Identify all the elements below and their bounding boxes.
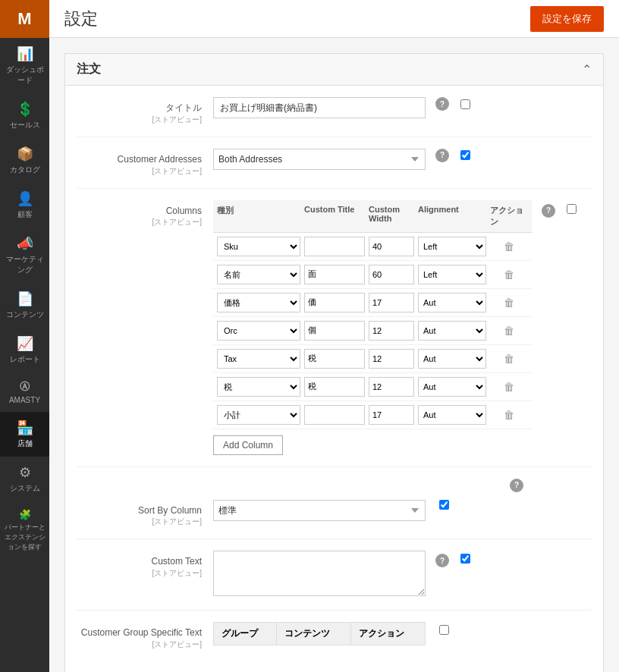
sidebar-item-dashboard[interactable]: 📊 ダッシュボード: [0, 38, 49, 93]
save-button[interactable]: 設定を保存: [530, 6, 604, 32]
col-type-select-7[interactable]: 小計: [217, 405, 300, 425]
reports-icon: 📈: [17, 335, 33, 352]
content-icon: 📄: [17, 290, 33, 307]
custom-text-help-icon[interactable]: ?: [435, 554, 449, 567]
col-align-select-5[interactable]: AutLeftRight: [418, 349, 486, 369]
col-align-select-2[interactable]: LeftRightAuto: [418, 265, 486, 284]
col-title-input-7[interactable]: [304, 405, 365, 425]
custom-text-textarea[interactable]: [213, 551, 426, 596]
extra-help-icon[interactable]: ?: [510, 479, 523, 492]
columns-row: Columns [ストアビュー] 種別 Custom Title Custom …: [77, 200, 592, 467]
sidebar-item-reports[interactable]: 📈 レポート: [0, 328, 49, 372]
sort-website-label: [439, 500, 500, 510]
col-width-input-5[interactable]: [369, 349, 414, 369]
col-width-input-3[interactable]: [369, 293, 414, 312]
col-align-select-1[interactable]: LeftRightAuto: [418, 237, 486, 256]
sort-website-checkbox[interactable]: [439, 500, 449, 510]
customer-group-website-checkbox[interactable]: [439, 625, 449, 635]
section-title: 注文: [77, 61, 101, 77]
sales-icon: 💲: [17, 101, 33, 118]
columns-help-icon[interactable]: ?: [542, 204, 555, 218]
table-row: 名前 LeftRightAuto 🗑: [213, 261, 532, 289]
content-area: 注文 ⌃ タイトル [ストアビュー] ?: [49, 38, 619, 672]
section-toggle-button[interactable]: ⌃: [582, 62, 592, 77]
col-align-select-4[interactable]: AutLeftRight: [418, 321, 486, 341]
col-type-select-3[interactable]: 価格: [217, 293, 300, 312]
delete-row-button-7[interactable]: 🗑: [490, 407, 528, 422]
sidebar-item-amasty[interactable]: Ⓐ AMASTY: [0, 372, 49, 412]
columns-area: 種別 Custom Title Custom Width Alignment ア…: [213, 200, 532, 455]
addresses-help-icon[interactable]: ?: [435, 149, 449, 162]
delete-row-button-3[interactable]: 🗑: [490, 295, 528, 310]
col-title-input-4[interactable]: [304, 321, 365, 341]
col-title-input-3[interactable]: [304, 293, 365, 312]
customer-addresses-select[interactable]: Both Addresses Billing Address Shipping …: [213, 149, 426, 170]
col-align-select-6[interactable]: AutLeftRight: [418, 377, 486, 397]
col-width-input-4[interactable]: [369, 321, 414, 341]
sort-website-checkbox-group: [439, 500, 500, 510]
col-type-select-1[interactable]: Sku: [217, 237, 300, 256]
columns-website-checkbox-group: [567, 204, 619, 214]
sidebar-item-partners[interactable]: 🧩 パートナーとエクステンションを探す: [0, 501, 49, 560]
columns-website-label: [567, 204, 619, 214]
title-help-icon[interactable]: ?: [435, 97, 449, 111]
app-logo: M: [0, 0, 49, 38]
col-title-input-6[interactable]: [304, 377, 365, 397]
col-width-input-7[interactable]: [369, 405, 414, 425]
sidebar-item-label: 店舗: [17, 438, 33, 449]
title-website-checkbox[interactable]: [460, 99, 470, 109]
system-icon: ⚙: [19, 464, 31, 481]
add-column-button[interactable]: Add Column: [213, 435, 283, 455]
section-header: 注文 ⌃: [65, 54, 603, 86]
customer-group-website-checkbox-group: [439, 625, 500, 635]
delete-row-button-1[interactable]: 🗑: [490, 239, 528, 254]
sidebar-item-label: AMASTY: [9, 396, 40, 404]
col-align-select-3[interactable]: AutLeftRight: [418, 293, 486, 312]
col-title-input-5[interactable]: [304, 349, 365, 369]
col-type-select-2[interactable]: 名前: [217, 265, 300, 284]
customer-group-label: Customer Group Specific Text [ストアビュー]: [77, 622, 213, 650]
customer-group-row: Customer Group Specific Text [ストアビュー] グル…: [77, 622, 592, 661]
sidebar-item-sales[interactable]: 💲 セールス: [0, 93, 49, 138]
col-width-input-1[interactable]: [369, 237, 414, 256]
delete-row-button-2[interactable]: 🗑: [490, 267, 528, 282]
custom-text-website-checkbox[interactable]: [460, 554, 470, 564]
title-label: タイトル [ストアビュー]: [77, 97, 213, 125]
columns-label: Columns [ストアビュー]: [77, 200, 213, 228]
sidebar-item-stores[interactable]: 🏪 店舗: [0, 412, 49, 457]
col-width-input-6[interactable]: [369, 377, 414, 397]
sort-by-column-wrap: 標準: [213, 500, 426, 521]
sidebar-item-catalog[interactable]: 📦 カタログ: [0, 138, 49, 183]
delete-row-button-4[interactable]: 🗑: [490, 323, 528, 338]
delete-row-button-5[interactable]: 🗑: [490, 351, 528, 366]
table-row: グループ コンテンツ アクション: [214, 623, 426, 645]
sidebar-item-label: パートナーとエクステンションを探す: [4, 523, 46, 552]
col-type-select-4[interactable]: Orc: [217, 321, 300, 341]
addresses-website-checkbox[interactable]: [460, 150, 470, 160]
table-row: Tax AutLeftRight 🗑: [213, 345, 532, 373]
columns-website-checkbox[interactable]: [567, 204, 577, 214]
table-row: Sku LeftRightAuto 🗑: [213, 233, 532, 261]
col-title-input-2[interactable]: [304, 265, 365, 284]
col-align-select-7[interactable]: AutLeftRight: [418, 405, 486, 425]
col-type-select-6[interactable]: 税: [217, 377, 300, 397]
addresses-website-label: [460, 150, 521, 160]
col-type-select-5[interactable]: Tax: [217, 349, 300, 369]
table-row: Orc AutLeftRight 🗑: [213, 317, 532, 345]
col-width-input-2[interactable]: [369, 265, 414, 284]
col-title-input-1[interactable]: [304, 237, 365, 256]
content-col-header: コンテンツ: [277, 623, 351, 645]
action-col-header: アクション: [351, 623, 426, 645]
columns-table-header: 種別 Custom Title Custom Width Alignment ア…: [213, 200, 532, 233]
sort-by-column-select[interactable]: 標準: [213, 500, 426, 521]
addresses-website-checkbox-group: [460, 150, 521, 160]
sidebar-item-label: セールス: [10, 120, 40, 130]
sidebar-item-system[interactable]: ⚙ システム: [0, 457, 49, 501]
sort-by-column-row: Sort By Column [ストアビュー] 標準: [77, 500, 592, 540]
delete-row-button-6[interactable]: 🗑: [490, 379, 528, 394]
sidebar-item-customers[interactable]: 👤 顧客: [0, 183, 49, 228]
sidebar-item-marketing[interactable]: 📣 マーケティング: [0, 228, 49, 283]
marketing-icon: 📣: [17, 235, 33, 252]
title-input[interactable]: [213, 97, 426, 118]
sidebar-item-content[interactable]: 📄 コンテンツ: [0, 283, 49, 328]
